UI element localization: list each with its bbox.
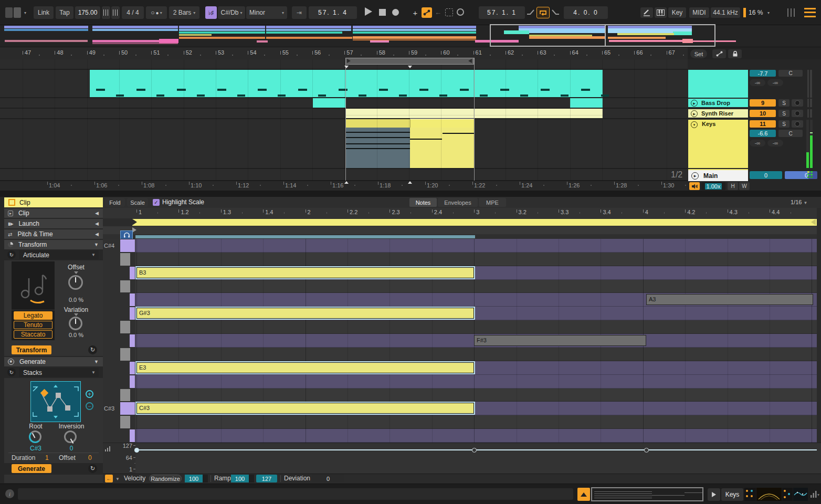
piano-key-F#3[interactable] xyxy=(130,334,135,347)
piano-key-C4[interactable] xyxy=(120,253,130,266)
beat-tick xyxy=(263,209,264,213)
pitch-label: C#3 xyxy=(104,405,119,412)
beat-subtick xyxy=(199,212,200,214)
bar-subtick xyxy=(683,55,684,56)
piano-key-A3[interactable] xyxy=(130,293,135,306)
piano-key-D3[interactable] xyxy=(120,389,130,402)
beat-subtick xyxy=(791,212,791,214)
time-tick xyxy=(661,182,662,185)
bar-number: 64 xyxy=(572,49,588,56)
overview-stripe xyxy=(353,29,476,31)
bar-subtick xyxy=(554,55,555,56)
midi-note-G#3[interactable]: G#3 xyxy=(136,308,474,319)
beat-tick xyxy=(178,209,179,213)
piano-key-E3[interactable] xyxy=(130,362,135,374)
piano-row-C#4 xyxy=(135,239,817,253)
bar-subtick xyxy=(457,55,458,56)
time-tick xyxy=(236,182,237,185)
time-subtick xyxy=(165,185,166,186)
piano-key-D#3[interactable] xyxy=(130,375,135,388)
time-subtick xyxy=(543,185,544,186)
clip-note-dash xyxy=(136,89,145,91)
lane-gridline xyxy=(312,59,313,180)
piano-row-D3 xyxy=(135,388,817,402)
piano-key-C#3[interactable] xyxy=(120,402,135,415)
overview-stripe xyxy=(353,26,476,28)
piano-gridline xyxy=(685,239,686,443)
beat-subtick xyxy=(410,212,411,214)
beat-tick xyxy=(685,209,686,213)
beat-subtick xyxy=(242,212,243,214)
time-subtick xyxy=(118,185,119,186)
time-label: 1:26 xyxy=(569,182,587,188)
piano-row-C4 xyxy=(135,253,817,266)
time-tick xyxy=(614,182,615,185)
beat-subtick xyxy=(538,212,538,214)
time-tick xyxy=(47,182,48,185)
keys-clip-2-header[interactable] xyxy=(410,119,474,128)
overview-stripe xyxy=(4,26,88,28)
selection-boundary-line xyxy=(474,58,475,181)
grid-marker-icon xyxy=(408,181,412,184)
bar-number: 58 xyxy=(379,49,395,56)
bar-tick xyxy=(23,51,23,55)
overview-viewport[interactable] xyxy=(490,24,715,47)
beat-subtick xyxy=(706,212,707,214)
midi-note-F#3[interactable]: F#3 xyxy=(474,335,646,346)
beat-label: 1.4 xyxy=(265,209,281,215)
piano-row-F3 xyxy=(135,348,817,361)
time-label: 1:04 xyxy=(49,182,68,188)
piano-row-A#3 xyxy=(135,280,817,293)
bar-tick xyxy=(667,51,667,55)
clip-note-dash xyxy=(197,94,205,97)
velocity-point[interactable] xyxy=(644,448,649,453)
time-label: 1:22 xyxy=(474,182,493,188)
beat-tick xyxy=(770,209,770,213)
arrangement-loop-brace[interactable] xyxy=(345,58,474,65)
bass-drop-clip-3[interactable] xyxy=(570,98,603,108)
time-label: 1:14 xyxy=(285,182,304,188)
lane-gridline xyxy=(506,59,506,180)
velocity-point[interactable] xyxy=(134,448,139,453)
bar-number: 67 xyxy=(669,49,685,56)
overview-stripe xyxy=(266,26,351,28)
midi-note-A3[interactable]: A3 xyxy=(646,294,813,305)
keys-clip-1-header[interactable] xyxy=(345,119,410,128)
piano-key-G3[interactable] xyxy=(120,321,130,333)
beat-subtick xyxy=(369,212,369,214)
beat-subtick xyxy=(664,212,665,214)
beat-subtick xyxy=(453,212,454,214)
bass-drop-clip-2[interactable] xyxy=(313,98,345,108)
overview-stripe xyxy=(4,29,88,31)
time-subtick xyxy=(638,185,639,186)
bar-number: 52 xyxy=(186,49,202,56)
bar-tick xyxy=(312,51,313,55)
clip-note-dash xyxy=(177,89,186,91)
midi-note-B3[interactable]: B3 xyxy=(136,267,474,278)
beat-label: 3.2 xyxy=(519,209,534,215)
bar-tick xyxy=(216,51,216,55)
piano-key-A#3[interactable] xyxy=(120,280,130,293)
piano-key-B3[interactable] xyxy=(130,267,135,279)
piano-key-C3[interactable] xyxy=(120,416,130,428)
beat-tick xyxy=(390,209,390,213)
time-subtick xyxy=(307,185,308,186)
grid-marker-icon xyxy=(344,66,349,68)
time-tick xyxy=(189,182,190,185)
clip-note-dash xyxy=(500,89,509,91)
clip-note-line xyxy=(345,132,410,133)
lane-gridline xyxy=(538,59,538,180)
piano-key-C#4[interactable] xyxy=(120,239,135,252)
piano-key-F3[interactable] xyxy=(120,348,130,361)
piano-key-B2[interactable] xyxy=(130,429,135,442)
midi-note-E3[interactable]: E3 xyxy=(136,362,474,373)
bar-number: 48 xyxy=(57,49,72,56)
bar-tick xyxy=(87,51,88,55)
bass-drop-clip[interactable] xyxy=(90,70,603,97)
velocity-point[interactable] xyxy=(472,448,477,453)
midi-note-C#3[interactable]: C#3 xyxy=(136,403,474,414)
bar-tick xyxy=(184,51,184,55)
grid-marker-icon xyxy=(408,66,412,68)
time-label: 1:20 xyxy=(427,182,446,188)
piano-key-G#3[interactable] xyxy=(130,307,135,320)
